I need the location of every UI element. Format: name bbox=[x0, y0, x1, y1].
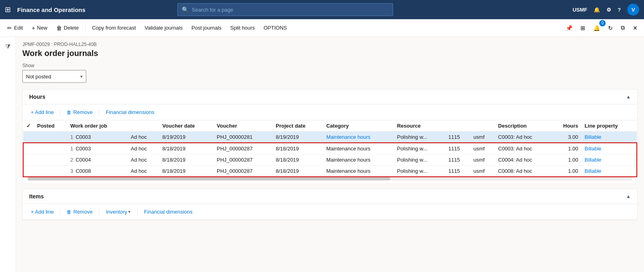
row-line-property-cell: Billable bbox=[581, 166, 637, 177]
table-row[interactable]: 1C0003Ad hoc8/19/2019PHJ_000002818/19/20… bbox=[23, 132, 637, 143]
copy-from-forecast-button[interactable]: Copy from forecast bbox=[88, 22, 140, 33]
table-row[interactable]: 2C0004Ad hoc8/18/2019PHJ_000002878/18/20… bbox=[23, 154, 637, 166]
row-resource-cell: Polishing w... bbox=[394, 132, 445, 143]
delete-button[interactable]: 🗑 Delete bbox=[52, 22, 83, 34]
show-value: Not posted bbox=[26, 74, 51, 80]
row-hours-cell: 3.00 bbox=[551, 132, 581, 143]
items-toolbar-sep bbox=[60, 208, 60, 216]
row-project-date-cell: 8/18/2019 bbox=[272, 166, 323, 177]
row-posted-cell bbox=[34, 154, 67, 166]
refresh-icon[interactable]: ↻ bbox=[605, 22, 616, 34]
show-dropdown[interactable]: Not posted ▾ bbox=[22, 70, 86, 83]
inventory-button[interactable]: Inventory ▾ bbox=[103, 207, 134, 216]
close-icon[interactable]: ✕ bbox=[630, 22, 641, 34]
col-header-work-order-job: Work order job bbox=[67, 120, 127, 132]
row-check-cell bbox=[23, 143, 34, 154]
options-button[interactable]: OPTIONS bbox=[260, 22, 291, 33]
toolbar-sep bbox=[60, 108, 60, 116]
search-input[interactable] bbox=[192, 7, 389, 13]
row-hours-cell: 1.00 bbox=[551, 166, 581, 177]
row-hours-cell: 1.00 bbox=[551, 143, 581, 154]
restore-icon[interactable]: ⧉ bbox=[618, 22, 628, 34]
row-category-cell[interactable]: Maintenance hours bbox=[323, 132, 394, 143]
row-description-cell: C0004: Ad hoc bbox=[495, 154, 552, 166]
top-navigation: ⊞ Finance and Operations 🔍 USMF 🔔 ⚙ ? V bbox=[0, 0, 644, 19]
col-header-posted: Posted bbox=[34, 120, 67, 132]
hours-section-header[interactable]: Hours ▲ bbox=[23, 90, 637, 104]
row-category-cell: Maintenance hours bbox=[323, 166, 394, 177]
row-col-a-cell: 1115 bbox=[445, 143, 470, 154]
items-financial-dimensions-button[interactable]: Financial dimensions bbox=[141, 207, 195, 216]
table-row[interactable]: 3C0008Ad hoc8/18/2019PHJ_000002878/18/20… bbox=[23, 166, 637, 177]
row-check-cell bbox=[23, 132, 34, 143]
page-area: JPMF-00029 : PROD-HALL25-40B Work order … bbox=[16, 37, 644, 272]
row-description-cell: C0003: Ad hoc bbox=[495, 132, 552, 143]
row-col-a-cell: 1115 bbox=[445, 166, 470, 177]
split-hours-button[interactable]: Split hours bbox=[226, 22, 258, 33]
nav-right-actions: USMF 🔔 ⚙ ? V bbox=[572, 4, 639, 16]
trash-icon-items: 🗑 bbox=[67, 209, 72, 215]
horizontal-scrollbar[interactable] bbox=[28, 177, 632, 180]
col-header-voucher-date: Voucher date bbox=[159, 120, 213, 132]
edit-button[interactable]: ✏ Edit bbox=[3, 22, 27, 34]
row-check-cell bbox=[23, 154, 34, 166]
row-resource-cell: Polishing w... bbox=[394, 154, 445, 166]
items-section-title: Items bbox=[29, 193, 44, 200]
help-icon[interactable]: ? bbox=[618, 7, 621, 13]
hours-table: ✓ Posted Work order job Voucher date Vou… bbox=[23, 120, 637, 177]
toolbar-sep-2 bbox=[99, 108, 99, 116]
col-header-hours: Hours bbox=[551, 120, 581, 132]
avatar[interactable]: V bbox=[627, 4, 639, 16]
row-voucher-cell: PHJ_00000281 bbox=[214, 132, 273, 143]
financial-dimensions-button[interactable]: Financial dimensions bbox=[103, 108, 157, 117]
row-project-date-cell: 8/19/2019 bbox=[272, 132, 323, 143]
bell-icon[interactable]: 🔔 bbox=[594, 7, 600, 13]
pin-icon[interactable]: 📌 bbox=[563, 22, 576, 34]
gear-icon[interactable]: ⚙ bbox=[606, 7, 611, 13]
hours-table-body: 1C0003Ad hoc8/19/2019PHJ_000002818/19/20… bbox=[23, 132, 637, 177]
command-bar: ✏ Edit + New 🗑 Delete Copy from forecast… bbox=[0, 19, 644, 37]
row-job-type-cell: Ad hoc bbox=[127, 166, 159, 177]
row-voucher-cell: PHJ_00000287 bbox=[214, 143, 273, 154]
apps-icon[interactable]: ⊞ bbox=[5, 5, 11, 14]
col-header-voucher: Voucher bbox=[214, 120, 273, 132]
filter-icon[interactable]: ⧩ bbox=[2, 40, 14, 54]
hours-section: Hours ▲ + Add line 🗑 Remove Financial di… bbox=[22, 89, 638, 184]
chevron-down-icon: ▾ bbox=[80, 74, 83, 79]
page-title: Work order journals bbox=[22, 49, 638, 58]
hours-table-header: ✓ Posted Work order job Voucher date Vou… bbox=[23, 120, 637, 132]
hours-table-wrapper: ✓ Posted Work order job Voucher date Vou… bbox=[23, 120, 637, 180]
collapse-items-icon[interactable]: ▲ bbox=[626, 194, 631, 199]
row-posted-cell bbox=[34, 166, 67, 177]
col-header-check: ✓ bbox=[23, 120, 34, 132]
search-bar[interactable]: 🔍 bbox=[177, 3, 393, 16]
edit-icon: ✏ bbox=[7, 25, 12, 31]
post-journals-button[interactable]: Post journals bbox=[187, 22, 225, 33]
row-category-cell: Maintenance hours bbox=[323, 143, 394, 154]
items-remove-button[interactable]: 🗑 Remove bbox=[64, 207, 95, 216]
row-voucher-date-cell: 8/19/2019 bbox=[159, 132, 213, 143]
col-header-resource: Resource bbox=[394, 120, 445, 132]
items-add-line-button[interactable]: + Add line bbox=[28, 207, 57, 216]
col-header-col-a bbox=[445, 120, 470, 132]
items-section-header[interactable]: Items ▲ bbox=[23, 189, 637, 204]
hours-remove-button[interactable]: 🗑 Remove bbox=[64, 108, 95, 117]
row-voucher-cell: PHJ_00000287 bbox=[214, 166, 273, 177]
hours-add-line-button[interactable]: + Add line bbox=[28, 108, 57, 117]
row-job-cell: 1C0003 bbox=[67, 132, 127, 143]
row-job-cell: 1C0003 bbox=[67, 143, 127, 154]
app-title: Finance and Operations bbox=[17, 6, 85, 13]
validate-journals-button[interactable]: Validate journals bbox=[141, 22, 187, 33]
row-resource-cell: Polishing w... bbox=[394, 143, 445, 154]
row-col-b-cell: usmf bbox=[470, 143, 495, 154]
collapse-hours-icon[interactable]: ▲ bbox=[626, 94, 631, 100]
row-job-type-cell: Ad hoc bbox=[127, 143, 159, 154]
hours-table-scroll[interactable]: ✓ Posted Work order job Voucher date Vou… bbox=[23, 120, 637, 177]
row-job-cell: 2C0004 bbox=[67, 154, 127, 166]
scroll-thumb bbox=[28, 177, 390, 180]
items-section: Items ▲ + Add line 🗑 Remove Inventory ▾ bbox=[22, 189, 638, 220]
notification-button[interactable]: 🔔 0 bbox=[590, 22, 603, 34]
office-icon[interactable]: ⊞ bbox=[577, 22, 588, 34]
table-row[interactable]: 1C0003Ad hoc8/18/2019PHJ_000002878/18/20… bbox=[23, 143, 637, 154]
new-button[interactable]: + New bbox=[28, 22, 51, 34]
